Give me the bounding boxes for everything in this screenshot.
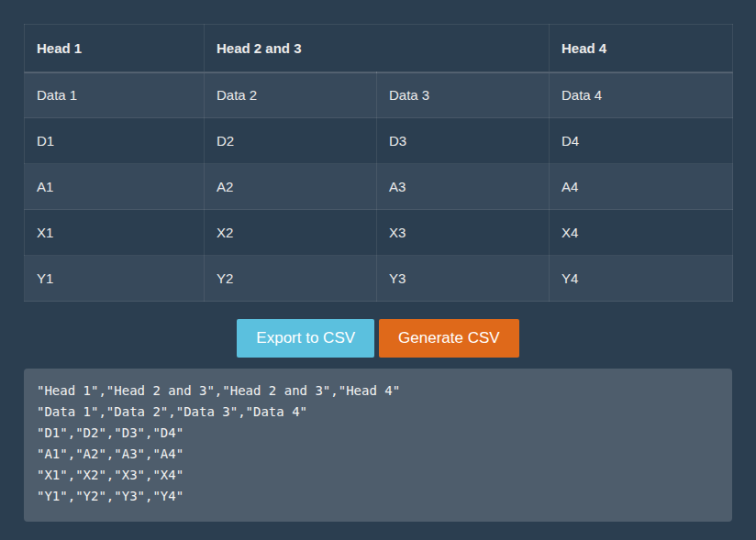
table-body: Data 1Data 2Data 3Data 4D1D2D3D4A1A2A3A4… bbox=[25, 72, 733, 302]
table-cell: Data 4 bbox=[550, 72, 733, 118]
table-cell: Data 1 bbox=[25, 72, 205, 118]
table-cell: D1 bbox=[25, 118, 205, 164]
table-cell: X3 bbox=[377, 210, 550, 256]
page: Head 1Head 2 and 3Head 4 Data 1Data 2Dat… bbox=[0, 0, 756, 540]
table-cell: A4 bbox=[550, 164, 733, 210]
table-cell: Data 2 bbox=[205, 72, 377, 118]
table-cell: A2 bbox=[205, 164, 377, 210]
table-cell: X2 bbox=[205, 210, 377, 256]
table-cell: X4 bbox=[550, 210, 733, 256]
button-row: Export to CSV Generate CSV bbox=[24, 319, 732, 358]
table-cell: D4 bbox=[550, 118, 733, 164]
generate-csv-button[interactable]: Generate CSV bbox=[379, 319, 519, 358]
table-cell: Y1 bbox=[25, 256, 205, 302]
table-row: Y1Y2Y3Y4 bbox=[25, 256, 733, 302]
table-row: X1X2X3X4 bbox=[25, 210, 733, 256]
column-header: Head 1 bbox=[25, 25, 205, 72]
table-cell: Y4 bbox=[550, 256, 733, 302]
table-row: D1D2D3D4 bbox=[25, 118, 733, 164]
table-head: Head 1Head 2 and 3Head 4 bbox=[25, 25, 733, 72]
column-header: Head 2 and 3 bbox=[205, 25, 550, 72]
export-to-csv-button[interactable]: Export to CSV bbox=[237, 319, 374, 358]
data-table: Head 1Head 2 and 3Head 4 Data 1Data 2Dat… bbox=[24, 24, 733, 302]
table-cell: A3 bbox=[377, 164, 550, 210]
table-cell: D3 bbox=[377, 118, 550, 164]
table-cell: A1 bbox=[25, 164, 205, 210]
table-header-row: Head 1Head 2 and 3Head 4 bbox=[25, 25, 733, 72]
table-cell: Y3 bbox=[377, 256, 550, 302]
table-cell: Y2 bbox=[205, 256, 377, 302]
csv-output-block: "Head 1","Head 2 and 3","Head 2 and 3","… bbox=[24, 369, 732, 522]
column-header: Head 4 bbox=[550, 25, 733, 72]
table-row: Data 1Data 2Data 3Data 4 bbox=[25, 72, 733, 118]
table-cell: X1 bbox=[25, 210, 205, 256]
table-cell: D2 bbox=[205, 118, 377, 164]
table-row: A1A2A3A4 bbox=[25, 164, 733, 210]
table-cell: Data 3 bbox=[377, 72, 550, 118]
